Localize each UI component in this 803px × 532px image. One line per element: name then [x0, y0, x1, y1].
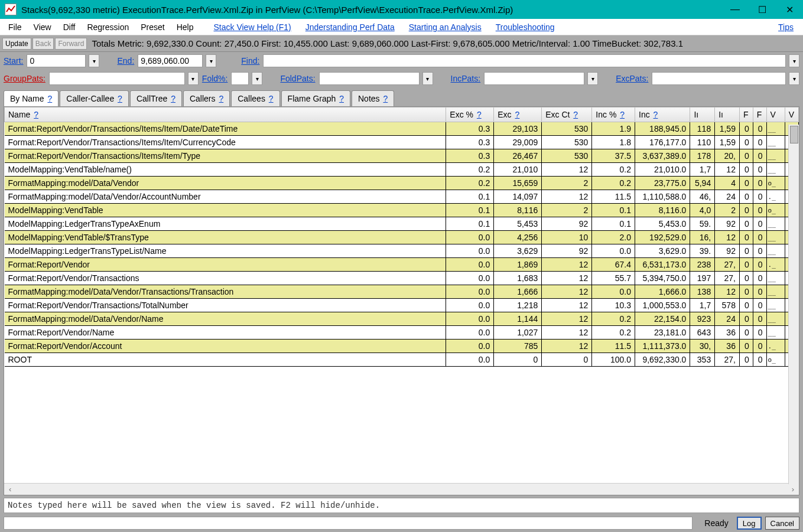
help-icon[interactable]: ? [515, 110, 520, 119]
foldpats-label[interactable]: FoldPats: [280, 74, 315, 83]
help-icon[interactable]: ? [339, 94, 344, 103]
col-10[interactable]: V [766, 107, 785, 122]
table-cell: 9,692,330.0 [635, 353, 690, 367]
table-row[interactable]: FormatMapping:model/Data/Vendor/Transact… [5, 285, 799, 299]
excpats-input[interactable] [652, 72, 786, 85]
menu-view[interactable]: View [28, 22, 57, 32]
help-icon[interactable]: ? [34, 110, 38, 119]
help-icon[interactable]: ? [219, 94, 223, 103]
link-tips[interactable]: Tips [771, 22, 801, 32]
col-inc[interactable]: Inc ? [635, 107, 690, 122]
status-input[interactable] [4, 517, 693, 530]
grouppats-label[interactable]: GroupPats: [4, 74, 45, 83]
start-dropdown[interactable]: ▾ [89, 54, 99, 67]
table-row[interactable]: Format:Report/Vendor/Transactions/TotalN… [5, 299, 799, 312]
log-button[interactable]: Log [737, 517, 762, 530]
help-icon[interactable]: ? [47, 94, 52, 103]
tab-flame-graph[interactable]: Flame Graph ? [281, 90, 350, 106]
help-icon[interactable]: ? [383, 94, 388, 103]
menu-regression[interactable]: Regression [81, 22, 135, 32]
tab-callees[interactable]: Callees ? [231, 90, 279, 106]
table-row[interactable]: ROOT0.000100.09,692,330.035327,00o_ [5, 353, 799, 367]
incpats-dropdown[interactable]: ▾ [587, 72, 598, 85]
foldpats-dropdown[interactable]: ▾ [422, 72, 433, 85]
link-stack-view-help[interactable]: Stack View Help (F1) [207, 22, 298, 32]
find-label[interactable]: Find: [241, 56, 259, 66]
maximize-button[interactable]: ☐ [749, 0, 776, 19]
table-row[interactable]: ModelMapping:LedgerTransTypeAxEnum0.15,4… [5, 217, 799, 231]
help-icon[interactable]: ? [477, 110, 482, 119]
table-row[interactable]: ModelMapping:VendTable/name()0.221,01012… [5, 163, 799, 177]
table-row[interactable]: Format:Report/Vendor/Transactions0.01,68… [5, 272, 799, 285]
table-row[interactable]: FormatMapping:model/Data/Vendor/Name0.01… [5, 312, 799, 326]
col-inc-pct[interactable]: Inc % ? [592, 107, 635, 122]
col-exc-ct[interactable]: Exc Ct ? [542, 107, 592, 122]
end-dropdown[interactable]: ▾ [206, 54, 216, 67]
notes-input[interactable] [4, 498, 799, 513]
link-troubleshooting[interactable]: Troubleshooting [489, 22, 562, 32]
foldpct-label[interactable]: Fold%: [202, 74, 228, 83]
table-row[interactable]: Format:Report/Vendor/Transactions/Items/… [5, 136, 799, 149]
tab-notes[interactable]: Notes ? [352, 90, 394, 106]
incpats-label[interactable]: IncPats: [451, 74, 481, 83]
excpats-dropdown[interactable]: ▾ [789, 72, 799, 85]
foldpct-dropdown[interactable]: ▾ [252, 72, 262, 85]
incpats-input[interactable] [484, 72, 584, 85]
table-row[interactable]: Format:Report/Vendor0.01,8691267.46,531,… [5, 258, 799, 272]
col-8[interactable]: F [739, 107, 753, 122]
results-table[interactable]: Name ? Exc % ? Exc ? Exc Ct ? Inc % ? In… [4, 107, 799, 367]
end-input[interactable] [138, 54, 203, 67]
tab-calltree[interactable]: CallTree ? [130, 90, 182, 106]
link-understanding-perf[interactable]: Jnderstanding Perf Data [298, 22, 402, 32]
foldpats-input[interactable] [319, 72, 420, 85]
col-9[interactable]: F [753, 107, 766, 122]
grouppats-dropdown[interactable]: ▾ [188, 72, 199, 85]
tab-by-name[interactable]: By Name ? [4, 90, 58, 106]
col-exc-pct[interactable]: Exc % ? [446, 107, 494, 122]
vertical-scrollbar[interactable] [788, 125, 799, 484]
help-icon[interactable]: ? [620, 110, 625, 119]
start-label[interactable]: Start: [4, 56, 23, 66]
close-button[interactable]: ✕ [776, 0, 803, 19]
table-row[interactable]: ModelMapping:LedgerTransTypeList/Name0.0… [5, 244, 799, 258]
table-cell: 36 [715, 340, 740, 353]
table-row[interactable]: FormatMapping:model/Data/Vendor/AccountN… [5, 190, 799, 204]
forward-button[interactable]: Forward [55, 38, 87, 50]
tab-caller-callee[interactable]: Caller-Callee ? [60, 90, 129, 106]
col-name[interactable]: Name ? [5, 107, 446, 122]
menu-preset[interactable]: Preset [135, 22, 170, 32]
help-icon[interactable]: ? [269, 94, 274, 103]
col-7[interactable]: Iı [715, 107, 740, 122]
help-icon[interactable]: ? [118, 94, 122, 103]
foldpct-input[interactable] [231, 72, 249, 85]
link-starting-analysis[interactable]: Starting an Analysis [402, 22, 489, 32]
table-row[interactable]: Format:Report/Vendor/Account0.07851211.5… [5, 340, 799, 353]
find-input[interactable] [263, 54, 786, 67]
table-row[interactable]: ModelMapping:VendTable0.18,11620.18,116.… [5, 204, 799, 217]
col-11[interactable]: V [785, 107, 798, 122]
start-input[interactable] [27, 54, 86, 67]
horizontal-scrollbar[interactable]: ‹› [4, 483, 799, 495]
find-dropdown[interactable]: ▾ [789, 54, 799, 67]
grouppats-input[interactable] [49, 72, 185, 85]
menu-diff[interactable]: Diff [57, 22, 82, 32]
col-6[interactable]: Iı [690, 107, 715, 122]
table-row[interactable]: ModelMapping:VendTable/$TransType0.04,25… [5, 231, 799, 244]
menu-file[interactable]: File [2, 22, 28, 32]
cancel-button[interactable]: Cancel [765, 517, 799, 530]
table-row[interactable]: Format:Report/Vendor/Name0.01,027120.223… [5, 326, 799, 340]
minimize-button[interactable]: — [721, 0, 749, 19]
end-label[interactable]: End: [117, 56, 134, 66]
back-button[interactable]: Back [32, 38, 54, 50]
help-icon[interactable]: ? [654, 110, 658, 119]
help-icon[interactable]: ? [573, 110, 578, 119]
menu-help[interactable]: Help [171, 22, 200, 32]
tab-callers[interactable]: Callers ? [183, 90, 230, 106]
table-row[interactable]: FormatMapping:model/Data/Vendor0.215,659… [5, 177, 799, 190]
table-row[interactable]: Format:Report/Vendor/Transactions/Items/… [5, 149, 799, 163]
table-row[interactable]: Format:Report/Vendor/Transactions/Items/… [5, 122, 799, 136]
col-exc[interactable]: Exc ? [494, 107, 542, 122]
help-icon[interactable]: ? [171, 94, 175, 103]
update-button[interactable]: Update [2, 38, 31, 50]
excpats-label[interactable]: ExcPats: [616, 74, 648, 83]
